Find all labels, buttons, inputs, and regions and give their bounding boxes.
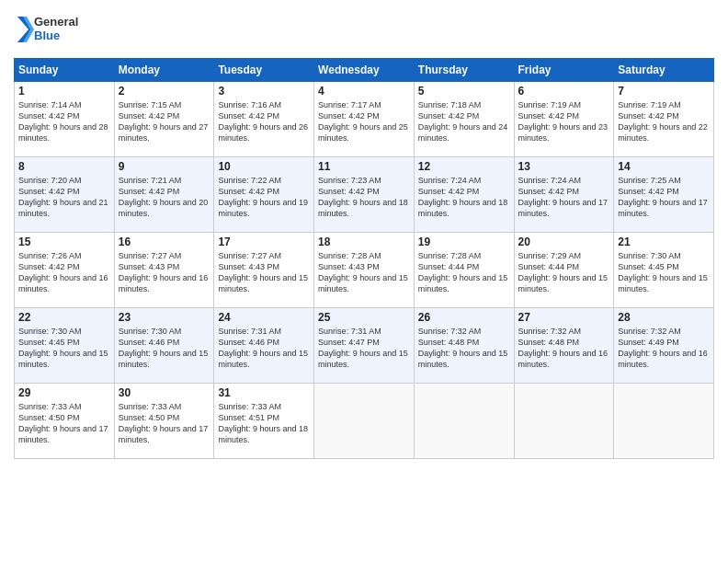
calendar-cell: 3Sunrise: 7:16 AMSunset: 4:42 PMDaylight…	[214, 82, 314, 157]
day-info: Sunrise: 7:28 AMSunset: 4:43 PMDaylight:…	[318, 250, 410, 295]
day-info: Sunrise: 7:27 AMSunset: 4:43 PMDaylight:…	[119, 250, 210, 295]
day-number: 1	[18, 85, 110, 98]
day-number: 31	[218, 386, 310, 399]
header: General Blue	[14, 9, 714, 51]
day-info: Sunrise: 7:16 AMSunset: 4:42 PMDaylight:…	[218, 99, 310, 144]
day-info: Sunrise: 7:19 AMSunset: 4:42 PMDaylight:…	[618, 99, 710, 144]
day-info: Sunrise: 7:24 AMSunset: 4:42 PMDaylight:…	[418, 175, 510, 220]
day-info: Sunrise: 7:32 AMSunset: 4:48 PMDaylight:…	[418, 326, 510, 371]
day-number: 7	[618, 85, 710, 98]
calendar-cell	[614, 384, 714, 459]
calendar-cell: 12Sunrise: 7:24 AMSunset: 4:42 PMDayligh…	[414, 157, 514, 233]
day-info: Sunrise: 7:26 AMSunset: 4:42 PMDaylight:…	[18, 250, 110, 295]
day-number: 24	[218, 311, 310, 324]
calendar-table: SundayMondayTuesdayWednesdayThursdayFrid…	[14, 58, 714, 459]
day-number: 3	[218, 85, 310, 98]
day-info: Sunrise: 7:18 AMSunset: 4:42 PMDaylight:…	[418, 99, 510, 144]
calendar-cell: 4Sunrise: 7:17 AMSunset: 4:42 PMDaylight…	[314, 82, 415, 157]
weekday-header: Sunday	[15, 59, 115, 82]
calendar-cell: 21Sunrise: 7:30 AMSunset: 4:45 PMDayligh…	[614, 233, 714, 308]
page: General Blue SundayMondayTuesdayWednesda…	[0, 0, 728, 563]
calendar-cell: 24Sunrise: 7:31 AMSunset: 4:46 PMDayligh…	[214, 308, 314, 384]
svg-marker-2	[17, 17, 32, 42]
day-info: Sunrise: 7:15 AMSunset: 4:42 PMDaylight:…	[119, 99, 210, 144]
day-number: 19	[418, 236, 510, 248]
calendar-cell: 11Sunrise: 7:23 AMSunset: 4:42 PMDayligh…	[314, 157, 415, 233]
calendar-week-row: 1Sunrise: 7:14 AMSunset: 4:42 PMDaylight…	[15, 82, 714, 157]
calendar-cell: 7Sunrise: 7:19 AMSunset: 4:42 PMDaylight…	[614, 82, 714, 157]
calendar-cell: 16Sunrise: 7:27 AMSunset: 4:43 PMDayligh…	[114, 233, 214, 308]
calendar-cell: 2Sunrise: 7:15 AMSunset: 4:42 PMDaylight…	[114, 82, 214, 157]
calendar-cell: 9Sunrise: 7:21 AMSunset: 4:42 PMDaylight…	[114, 157, 214, 233]
calendar-cell: 22Sunrise: 7:30 AMSunset: 4:45 PMDayligh…	[15, 308, 115, 384]
calendar-cell: 6Sunrise: 7:19 AMSunset: 4:42 PMDaylight…	[514, 82, 614, 157]
calendar-cell	[414, 384, 514, 459]
day-info: Sunrise: 7:22 AMSunset: 4:42 PMDaylight:…	[218, 175, 310, 220]
logo-svg: General Blue	[14, 9, 87, 51]
logo: General Blue	[14, 9, 87, 51]
calendar-cell	[514, 384, 614, 459]
day-number: 4	[318, 85, 410, 98]
day-number: 26	[418, 311, 510, 324]
weekday-header: Friday	[514, 59, 614, 82]
day-info: Sunrise: 7:19 AMSunset: 4:42 PMDaylight:…	[518, 99, 610, 144]
day-info: Sunrise: 7:33 AMSunset: 4:51 PMDaylight:…	[218, 401, 310, 446]
calendar-cell: 1Sunrise: 7:14 AMSunset: 4:42 PMDaylight…	[15, 82, 115, 157]
day-number: 21	[618, 236, 710, 248]
day-number: 8	[18, 160, 110, 173]
day-number: 25	[318, 311, 410, 324]
day-info: Sunrise: 7:24 AMSunset: 4:42 PMDaylight:…	[518, 175, 610, 220]
day-number: 13	[518, 160, 610, 173]
calendar-cell: 10Sunrise: 7:22 AMSunset: 4:42 PMDayligh…	[214, 157, 314, 233]
calendar-cell: 19Sunrise: 7:28 AMSunset: 4:44 PMDayligh…	[414, 233, 514, 308]
day-number: 28	[618, 311, 710, 324]
day-info: Sunrise: 7:25 AMSunset: 4:42 PMDaylight:…	[618, 175, 710, 220]
day-info: Sunrise: 7:30 AMSunset: 4:46 PMDaylight:…	[119, 326, 210, 371]
day-number: 9	[119, 160, 210, 173]
day-info: Sunrise: 7:32 AMSunset: 4:48 PMDaylight:…	[518, 326, 610, 371]
day-info: Sunrise: 7:33 AMSunset: 4:50 PMDaylight:…	[18, 401, 110, 446]
day-number: 27	[518, 311, 610, 324]
calendar-cell: 30Sunrise: 7:33 AMSunset: 4:50 PMDayligh…	[114, 384, 214, 459]
weekday-header: Saturday	[614, 59, 714, 82]
day-number: 29	[18, 386, 110, 399]
svg-text:General: General	[34, 15, 78, 29]
day-number: 16	[119, 236, 210, 248]
day-number: 18	[318, 236, 410, 248]
calendar-cell	[314, 384, 415, 459]
calendar-cell: 18Sunrise: 7:28 AMSunset: 4:43 PMDayligh…	[314, 233, 415, 308]
calendar-cell: 29Sunrise: 7:33 AMSunset: 4:50 PMDayligh…	[15, 384, 115, 459]
weekday-header: Thursday	[414, 59, 514, 82]
day-number: 11	[318, 160, 410, 173]
day-number: 6	[518, 85, 610, 98]
day-info: Sunrise: 7:23 AMSunset: 4:42 PMDaylight:…	[318, 175, 410, 220]
calendar-cell: 14Sunrise: 7:25 AMSunset: 4:42 PMDayligh…	[614, 157, 714, 233]
day-number: 20	[518, 236, 610, 248]
calendar-week-row: 22Sunrise: 7:30 AMSunset: 4:45 PMDayligh…	[15, 308, 714, 384]
day-info: Sunrise: 7:29 AMSunset: 4:44 PMDaylight:…	[518, 250, 610, 295]
day-number: 17	[218, 236, 310, 248]
calendar-week-row: 29Sunrise: 7:33 AMSunset: 4:50 PMDayligh…	[15, 384, 714, 459]
day-info: Sunrise: 7:31 AMSunset: 4:47 PMDaylight:…	[318, 326, 410, 371]
day-info: Sunrise: 7:28 AMSunset: 4:44 PMDaylight:…	[418, 250, 510, 295]
day-info: Sunrise: 7:33 AMSunset: 4:50 PMDaylight:…	[119, 401, 210, 446]
calendar-cell: 28Sunrise: 7:32 AMSunset: 4:49 PMDayligh…	[614, 308, 714, 384]
day-info: Sunrise: 7:21 AMSunset: 4:42 PMDaylight:…	[119, 175, 210, 220]
svg-text:Blue: Blue	[34, 29, 60, 42]
calendar-week-row: 15Sunrise: 7:26 AMSunset: 4:42 PMDayligh…	[15, 233, 714, 308]
day-number: 15	[18, 236, 110, 248]
day-info: Sunrise: 7:30 AMSunset: 4:45 PMDaylight:…	[618, 250, 710, 295]
day-info: Sunrise: 7:14 AMSunset: 4:42 PMDaylight:…	[18, 99, 110, 144]
calendar-week-row: 8Sunrise: 7:20 AMSunset: 4:42 PMDaylight…	[15, 157, 714, 233]
calendar-cell: 31Sunrise: 7:33 AMSunset: 4:51 PMDayligh…	[214, 384, 314, 459]
day-number: 30	[119, 386, 210, 399]
calendar-cell: 23Sunrise: 7:30 AMSunset: 4:46 PMDayligh…	[114, 308, 214, 384]
calendar-cell: 26Sunrise: 7:32 AMSunset: 4:48 PMDayligh…	[414, 308, 514, 384]
day-number: 2	[119, 85, 210, 98]
day-info: Sunrise: 7:31 AMSunset: 4:46 PMDaylight:…	[218, 326, 310, 371]
weekday-header: Tuesday	[214, 59, 314, 82]
calendar-cell: 8Sunrise: 7:20 AMSunset: 4:42 PMDaylight…	[15, 157, 115, 233]
weekday-header: Wednesday	[314, 59, 415, 82]
calendar-cell: 13Sunrise: 7:24 AMSunset: 4:42 PMDayligh…	[514, 157, 614, 233]
day-info: Sunrise: 7:32 AMSunset: 4:49 PMDaylight:…	[618, 326, 710, 371]
